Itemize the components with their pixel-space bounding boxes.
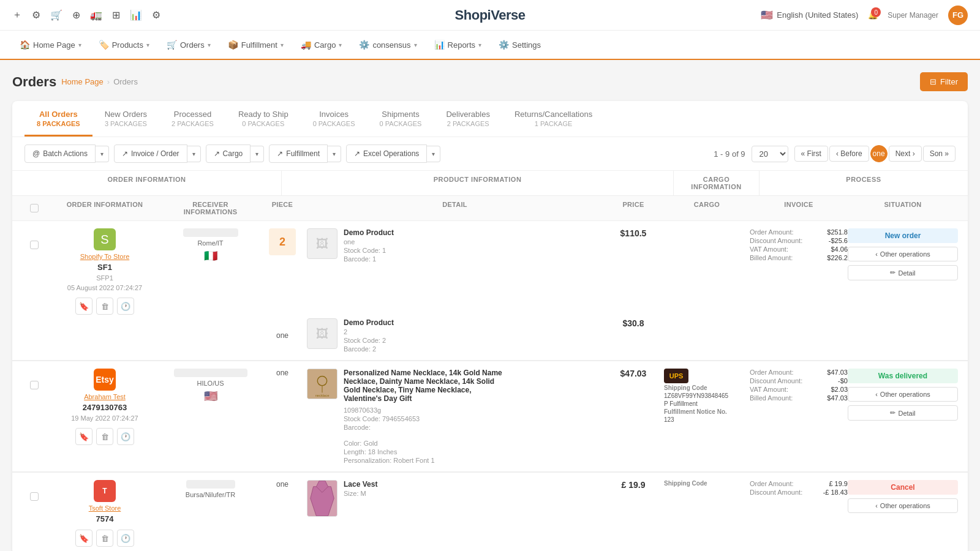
current-page-button[interactable]: one — [870, 145, 888, 162]
notification-badge: 0 — [871, 7, 881, 17]
nav-item-products[interactable]: 🏷️ Products ▾ — [91, 36, 157, 53]
etsy-detail-button[interactable]: ✏ Detail — [848, 405, 958, 421]
tab-returns-count: 1 PACKAGE — [514, 120, 592, 127]
tsoft-price: £ 19.9 — [603, 480, 664, 490]
cargo-button[interactable]: ↗ Cargo — [206, 144, 251, 163]
tab-all-orders[interactable]: All Orders 8 PACKAGES — [24, 101, 92, 137]
bookmark-button[interactable]: 🔖 — [75, 298, 92, 315]
tab-new-count: 3 PACKAGES — [105, 120, 147, 127]
fulfillment-dropdown[interactable]: ▾ — [328, 146, 341, 162]
fulfillment-button[interactable]: ↗ Fulfillment — [269, 144, 328, 163]
etsy-cargo: UPS Shipping Code 1Z68VF99YN93848465 P F… — [664, 369, 750, 423]
tsoft-delete-button[interactable]: 🗑 — [96, 530, 113, 547]
tab-ready-to-ship[interactable]: Ready to Ship 0 PACKAGES — [226, 101, 301, 137]
tsoft-clock-button[interactable]: 🕐 — [117, 530, 134, 547]
row2-checkbox[interactable] — [30, 381, 39, 389]
chart-icon[interactable]: 📊 — [130, 9, 142, 21]
svg-text:necklace: necklace — [315, 394, 330, 397]
excel-button[interactable]: ↗ Excel Operations — [346, 144, 427, 163]
tsoft-product-details: Lace Vest Size: M — [344, 480, 377, 497]
cargo-btn-icon: ↗ — [214, 149, 220, 158]
etsy-other-ops-button[interactable]: ‹ Other operations — [848, 387, 958, 402]
invoice-order-button[interactable]: ↗ Invoice / Order — [114, 144, 187, 163]
necklace-image: necklace — [307, 369, 337, 399]
row3-checkbox[interactable] — [30, 492, 39, 501]
filter-button[interactable]: ⊟ Filter — [920, 72, 968, 91]
notifications-button[interactable]: 🔔 0 — [868, 10, 878, 20]
cargo-label: Cargo — [223, 149, 243, 158]
tsoft-size: Size: M — [344, 490, 377, 497]
tsoft-location: Bursa/Nilufer/TR — [186, 491, 235, 498]
tab-new-orders[interactable]: New Orders 3 PACKAGES — [92, 101, 159, 137]
tsoft-bookmark-button[interactable]: 🔖 — [75, 530, 92, 547]
tab-processed[interactable]: Processed 2 PACKAGES — [159, 101, 226, 137]
invoice-order-dropdown[interactable]: ▾ — [187, 146, 201, 162]
nav-item-home[interactable]: 🏠 Home Page ▾ — [12, 36, 89, 53]
nav-label-home: Home Page — [33, 40, 75, 50]
product-cell-2: 🖼 Demo Product 2 Stock Code: 2 Barcode: … — [307, 318, 603, 353]
truck-icon[interactable]: 🚛 — [90, 9, 102, 21]
etsy-discount-label: Discount Amount: — [750, 377, 802, 384]
vest-image — [307, 480, 337, 517]
price-cell-2: $30.8 — [603, 318, 664, 353]
language-label: English (United States) — [777, 10, 858, 20]
next-page-button[interactable]: Next › — [889, 146, 922, 162]
etsy-delete-button[interactable]: 🗑 — [96, 428, 113, 445]
grid-icon[interactable]: ⊞ — [112, 9, 120, 21]
detail-button[interactable]: ✏ Detail — [848, 265, 958, 280]
status-badge: New order — [848, 228, 958, 243]
product-meta-2: 2 — [344, 328, 394, 335]
clock-button[interactable]: 🕐 — [117, 298, 134, 315]
nav-item-consensus[interactable]: ⚙️ consensus ▾ — [352, 36, 424, 53]
etsy-store-name[interactable]: Abraham Test — [84, 393, 126, 400]
cart-icon[interactable]: 🛒 — [50, 9, 62, 21]
fulfillment-notice-no: 123 — [664, 416, 674, 423]
tab-shipments[interactable]: Shipments 0 PACKAGES — [368, 101, 434, 137]
excel-dropdown[interactable]: ▾ — [427, 146, 440, 162]
order-checkbox[interactable] — [22, 228, 47, 249]
puzzle-icon[interactable]: ⚙ — [32, 9, 40, 21]
last-page-button[interactable]: Son » — [923, 146, 956, 162]
nav-item-fulfillment[interactable]: 📦 Fulfillment ▾ — [221, 36, 291, 53]
tab-all-label: All Orders — [37, 110, 80, 119]
page-title: Orders — [12, 74, 56, 90]
etsy-bookmark-button[interactable]: 🔖 — [75, 428, 92, 445]
order-checkbox-3[interactable] — [22, 480, 47, 501]
order-amount-label: Order Amount: — [750, 228, 794, 236]
topbar-icon-group: ＋ ⚙ 🛒 ⊕ 🚛 ⊞ 📊 ⚙ — [12, 9, 160, 21]
tsoft-status-badge: Cancel — [848, 480, 958, 495]
order-checkbox-2[interactable] — [22, 369, 47, 389]
discount-label: Discount Amount: — [750, 237, 802, 244]
order-row-etsy: Etsy Abraham Test 2479130763 19 May 2022… — [12, 361, 968, 471]
cargo-dropdown[interactable]: ▾ — [251, 146, 264, 162]
plus-icon[interactable]: ＋ — [12, 9, 22, 21]
nav-item-orders[interactable]: 🛒 Orders ▾ — [159, 36, 218, 53]
first-page-button[interactable]: « First — [794, 146, 828, 162]
etsy-clock-button[interactable]: 🕐 — [117, 428, 134, 445]
etsy-status-badge: Was delivered — [848, 369, 958, 383]
tab-returns[interactable]: Returns/Cancellations 1 PACKAGE — [502, 101, 605, 137]
tsoft-store-name[interactable]: Tsoft Store — [89, 504, 121, 512]
col-invoice: INVOICE — [750, 201, 848, 216]
batch-actions-button[interactable]: @ Batch Actions — [24, 144, 96, 163]
tab-invoices[interactable]: Invoices 0 PACKAGES — [301, 101, 368, 137]
select-all-checkbox[interactable] — [30, 204, 39, 212]
gear-icon[interactable]: ⚙ — [152, 9, 160, 21]
delete-button[interactable]: 🗑 — [96, 298, 113, 315]
nav-item-cargo[interactable]: 🚚 Cargo ▾ — [293, 36, 349, 53]
cog-plus-icon[interactable]: ⊕ — [72, 9, 80, 21]
nav-item-reports[interactable]: 📊 Reports ▾ — [427, 36, 489, 53]
breadcrumb-home[interactable]: Home Page — [61, 77, 104, 86]
batch-actions-dropdown[interactable]: ▾ — [96, 146, 109, 162]
row1-checkbox[interactable] — [30, 241, 39, 249]
tab-deliverables[interactable]: Deliverables 2 PACKAGES — [434, 101, 502, 137]
tsoft-other-ops-button[interactable]: ‹ Other operations — [848, 498, 958, 513]
store-name[interactable]: Shopify To Store — [80, 253, 130, 260]
prev-page-button[interactable]: ‹ Before — [829, 146, 869, 162]
product-name-2: Demo Product — [344, 318, 394, 327]
other-operations-button[interactable]: ‹ Other operations — [848, 247, 958, 261]
language-selector[interactable]: 🇺🇸 English (United States) — [761, 9, 858, 21]
page-size-select[interactable]: 20 50 100 — [752, 146, 788, 162]
nav-item-settings[interactable]: ⚙️ Settings — [491, 36, 548, 53]
user-avatar[interactable]: FG — [948, 6, 968, 25]
